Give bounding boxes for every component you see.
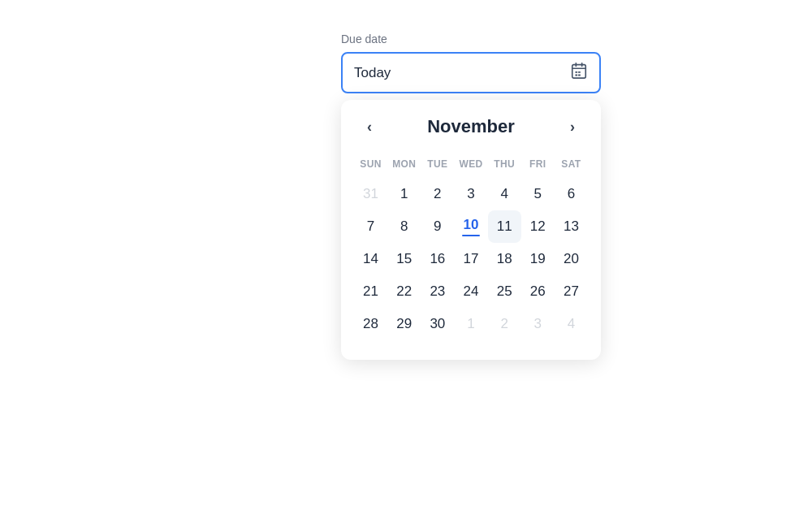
svg-rect-5	[578, 71, 581, 73]
calendar-day[interactable]: 7	[354, 210, 387, 243]
calendar-day[interactable]: 30	[421, 308, 454, 340]
calendar-day[interactable]: 5	[521, 178, 555, 210]
weekday-header: TUE	[421, 154, 454, 178]
date-input-value: Today	[354, 65, 391, 81]
calendar-day[interactable]: 11	[488, 210, 521, 243]
svg-rect-6	[575, 75, 577, 76]
calendar-week-row: 78910111213	[354, 210, 588, 243]
calendar-week-row: 14151617181920	[354, 243, 588, 275]
next-month-button[interactable]: ›	[564, 116, 581, 137]
calendar-day[interactable]: 1	[454, 308, 487, 340]
calendar-day[interactable]: 8	[387, 210, 421, 243]
calendar-day[interactable]: 17	[454, 243, 487, 275]
calendar-popup: ‹ November › SUNMONTUEWEDTHUFRISAT 31123…	[341, 100, 601, 360]
date-picker-container: Due date Today ‹ November › SUN	[341, 32, 601, 360]
calendar-day[interactable]: 10	[454, 210, 487, 243]
weekday-header: FRI	[521, 154, 555, 178]
weekday-header-row: SUNMONTUEWEDTHUFRISAT	[354, 154, 588, 178]
calendar-day[interactable]: 14	[354, 243, 387, 275]
month-title: November	[427, 116, 515, 137]
calendar-day[interactable]: 4	[488, 178, 521, 210]
svg-rect-4	[575, 71, 577, 73]
calendar-day[interactable]: 21	[354, 275, 387, 308]
calendar-day[interactable]: 18	[488, 243, 521, 275]
prev-month-button[interactable]: ‹	[361, 116, 378, 137]
calendar-day[interactable]: 15	[387, 243, 421, 275]
weekday-header: MON	[387, 154, 421, 178]
calendar-day[interactable]: 1	[387, 178, 421, 210]
weekday-header: WED	[454, 154, 487, 178]
calendar-day[interactable]: 28	[354, 308, 387, 340]
due-date-label: Due date	[341, 32, 601, 45]
calendar-icon	[570, 62, 588, 84]
calendar-day[interactable]: 3	[521, 308, 555, 340]
calendar-day[interactable]: 2	[421, 178, 454, 210]
weekday-header: SAT	[555, 154, 588, 178]
calendar-grid: SUNMONTUEWEDTHUFRISAT 311234567891011121…	[354, 154, 588, 340]
calendar-day[interactable]: 31	[354, 178, 387, 210]
calendar-week-row: 31123456	[354, 178, 588, 210]
calendar-day[interactable]: 25	[488, 275, 521, 308]
calendar-day[interactable]: 12	[521, 210, 555, 243]
calendar-header: ‹ November ›	[354, 116, 588, 137]
calendar-day[interactable]: 3	[454, 178, 487, 210]
calendar-day[interactable]: 26	[521, 275, 555, 308]
svg-rect-7	[578, 75, 581, 76]
date-input[interactable]: Today	[341, 52, 601, 93]
calendar-day[interactable]: 29	[387, 308, 421, 340]
calendar-day[interactable]: 24	[454, 275, 487, 308]
svg-rect-0	[572, 65, 586, 79]
calendar-day[interactable]: 16	[421, 243, 454, 275]
calendar-week-row: 2829301234	[354, 308, 588, 340]
calendar-day[interactable]: 6	[555, 178, 588, 210]
calendar-day[interactable]: 9	[421, 210, 454, 243]
weekday-header: SUN	[354, 154, 387, 178]
calendar-day[interactable]: 2	[488, 308, 521, 340]
calendar-week-row: 21222324252627	[354, 275, 588, 308]
calendar-day[interactable]: 19	[521, 243, 555, 275]
calendar-day[interactable]: 20	[555, 243, 588, 275]
calendar-day[interactable]: 4	[555, 308, 588, 340]
calendar-day[interactable]: 22	[387, 275, 421, 308]
calendar-day[interactable]: 23	[421, 275, 454, 308]
weekday-header: THU	[488, 154, 521, 178]
calendar-day[interactable]: 27	[555, 275, 588, 308]
calendar-day[interactable]: 13	[555, 210, 588, 243]
